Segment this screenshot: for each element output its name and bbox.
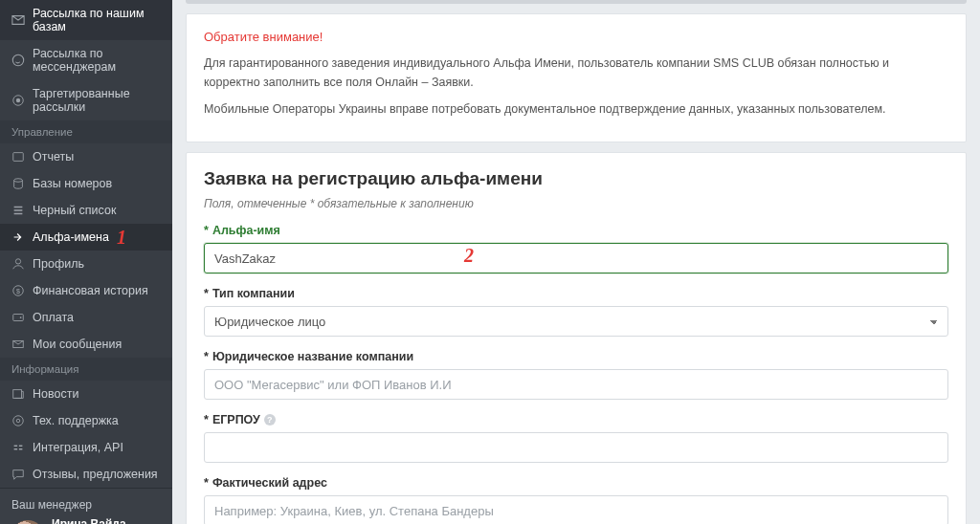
manager-box: Ваш менеджер Ирина Вайда 0 800 219 777 (… <box>0 488 172 524</box>
whatsapp-icon <box>11 54 25 67</box>
mail-icon <box>11 13 25 27</box>
form-note: Поля, отмеченные * обязательные к заполн… <box>204 197 948 210</box>
svg-rect-3 <box>13 153 24 162</box>
notice-title: Обратите внимание! <box>204 30 948 44</box>
nav-item-feedback[interactable]: Отзывы, предложения <box>0 461 172 488</box>
manager-title: Ваш менеджер <box>11 498 161 512</box>
nav-item-finance-history[interactable]: $ Финансовая история <box>0 277 172 304</box>
nav-label: Отчеты <box>33 150 74 164</box>
nav-item-support[interactable]: Тех. поддержка <box>0 407 172 434</box>
notice-card: Обратите внимание! Для гарантированного … <box>186 13 967 142</box>
form-card: Заявка на регистрацию альфа-имени Поля, … <box>186 152 967 524</box>
svg-point-5 <box>15 259 20 264</box>
manager-name: Ирина Вайда <box>52 517 159 524</box>
nav-label: Оплата <box>33 311 74 324</box>
group-egrpou: *ЕГРПОУ ? <box>204 413 948 463</box>
group-company-type: *Тип компании Юридическое лицо <box>204 287 948 337</box>
nav-label: Профиль <box>33 257 84 271</box>
nav-label: Рассылка по нашим базам <box>33 7 161 33</box>
share-icon <box>11 230 25 244</box>
label-egrpou: *ЕГРПОУ ? <box>204 413 948 426</box>
news-icon <box>11 387 25 401</box>
nav-item-messengers[interactable]: Рассылка по мессенджерам <box>0 40 172 80</box>
svg-point-4 <box>14 179 23 183</box>
nav-label: Новости <box>33 387 78 401</box>
nav-label: Альфа-имена <box>33 230 109 244</box>
database-icon <box>11 177 25 190</box>
nav-item-profile[interactable]: Профиль <box>0 251 172 277</box>
help-icon[interactable]: ? <box>264 414 276 426</box>
comment-icon <box>11 468 25 481</box>
support-icon <box>11 414 25 427</box>
nav-item-blacklist[interactable]: Черный список <box>0 197 172 224</box>
wallet-icon <box>11 311 25 324</box>
nav-item-alpha-names[interactable]: Альфа-имена 1 <box>0 224 172 251</box>
sidebar: Рассылка по нашим базам Рассылка по месс… <box>0 0 172 524</box>
api-icon <box>11 441 25 454</box>
report-icon <box>11 150 25 164</box>
form-title: Заявка на регистрацию альфа-имени <box>204 168 948 189</box>
nav-item-my-messages[interactable]: Мои сообщения <box>0 331 172 358</box>
svg-point-2 <box>16 98 20 102</box>
nav-item-news[interactable]: Новости <box>0 381 172 407</box>
nav-label: Отзывы, предложения <box>33 468 158 481</box>
section-header-management: Управление <box>0 120 172 143</box>
svg-text:$: $ <box>16 288 20 295</box>
nav-item-broadcast-bases[interactable]: Рассылка по нашим базам <box>0 0 172 40</box>
nav-label: Черный список <box>33 204 116 217</box>
list-icon <box>11 204 25 217</box>
nav-label: Рассылка по мессенджерам <box>33 47 161 74</box>
group-address: *Фактический адрес <box>204 476 948 524</box>
svg-point-9 <box>20 317 22 318</box>
label-alpha: *Альфа-имя <box>204 224 948 237</box>
avatar <box>11 520 44 524</box>
label-address: *Фактический адрес <box>204 476 948 490</box>
user-icon <box>11 257 25 271</box>
annotation-1: 1 <box>117 227 126 249</box>
svg-point-13 <box>16 419 20 423</box>
svg-point-12 <box>13 416 24 426</box>
nav-label: Финансовая история <box>33 284 148 297</box>
nav-label: Интеграция, API <box>33 441 123 454</box>
svg-rect-8 <box>13 315 24 321</box>
nav-label: Мои сообщения <box>33 338 122 351</box>
nav-item-reports[interactable]: Отчеты <box>0 143 172 170</box>
company-type-select[interactable]: Юридическое лицо <box>204 306 948 337</box>
label-legal-name: *Юридическое название компании <box>204 350 948 363</box>
nav-item-targeted[interactable]: Таргетированные рассылки <box>0 80 172 120</box>
target-icon <box>11 94 25 107</box>
address-input[interactable] <box>204 495 948 524</box>
egrpou-input[interactable] <box>204 432 948 463</box>
main-panel: Обратите внимание! Для гарантированного … <box>172 0 980 524</box>
money-icon: $ <box>11 284 25 297</box>
section-header-info: Информация <box>0 358 172 381</box>
notice-p1: Для гарантированного заведения индивидуа… <box>204 54 948 92</box>
nav-item-api[interactable]: Интеграция, API <box>0 434 172 461</box>
svg-point-0 <box>12 55 23 65</box>
group-legal-name: *Юридическое название компании <box>204 350 948 400</box>
group-alpha: *Альфа-имя 2 <box>204 224 948 273</box>
alpha-name-input[interactable] <box>204 243 948 273</box>
nav-label: Базы номеров <box>33 177 112 190</box>
nav-label: Тех. поддержка <box>33 414 119 427</box>
legal-name-input[interactable] <box>204 369 948 400</box>
svg-rect-11 <box>13 390 22 399</box>
nav-item-number-bases[interactable]: Базы номеров <box>0 170 172 197</box>
envelope-icon <box>11 338 25 351</box>
notice-p2: Мобильные Операторы Украины вправе потре… <box>204 99 948 119</box>
label-company-type: *Тип компании <box>204 287 948 300</box>
nav-item-payment[interactable]: Оплата <box>0 304 172 331</box>
nav-label: Таргетированные рассылки <box>33 87 161 114</box>
